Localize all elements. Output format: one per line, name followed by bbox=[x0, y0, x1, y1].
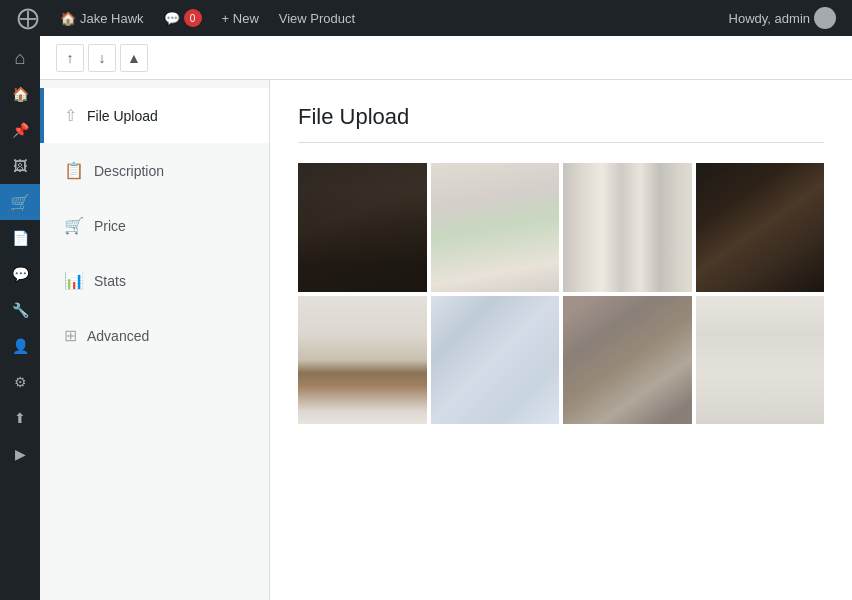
tab-description[interactable]: 📋 Description bbox=[40, 143, 269, 198]
image-cell-2[interactable] bbox=[431, 163, 560, 292]
image-cell-3[interactable] bbox=[563, 163, 692, 292]
left-nav: ⌂ 🏠 📌 🖼 🛒 📄 💬 🔧 👤 ⚙ ⬆ ▶ bbox=[0, 36, 40, 600]
nav-comments[interactable]: 💬 bbox=[0, 256, 40, 292]
side-tabs: ⇧ File Upload 📋 Description 🛒 Price 📊 St… bbox=[40, 80, 270, 600]
tab-price[interactable]: 🛒 Price bbox=[40, 198, 269, 253]
comment-count: 0 bbox=[184, 9, 202, 27]
admin-bar-site[interactable]: 🏠 Jake Hawk bbox=[52, 0, 152, 36]
nav-play[interactable]: ▶ bbox=[0, 436, 40, 472]
stats-icon: 📊 bbox=[64, 271, 84, 290]
nav-settings[interactable]: ⚙ bbox=[0, 364, 40, 400]
panel-title: File Upload bbox=[298, 104, 824, 143]
home-icon: 🏠 bbox=[60, 11, 76, 26]
advanced-icon: ⊞ bbox=[64, 326, 77, 345]
avatar bbox=[814, 7, 836, 29]
description-icon: 📋 bbox=[64, 161, 84, 180]
image-grid bbox=[298, 163, 824, 424]
right-panel: File Upload bbox=[270, 80, 852, 600]
file-upload-icon: ⇧ bbox=[64, 106, 77, 125]
tab-stats[interactable]: 📊 Stats bbox=[40, 253, 269, 308]
tab-stats-label: Stats bbox=[94, 273, 126, 289]
toolbar-up-button[interactable]: ↑ bbox=[56, 44, 84, 72]
tab-advanced[interactable]: ⊞ Advanced bbox=[40, 308, 269, 363]
image-cell-6[interactable] bbox=[431, 296, 560, 425]
nav-pin[interactable]: 📌 bbox=[0, 112, 40, 148]
admin-bar: ⨁ 🏠 Jake Hawk 💬 0 + New View Product How… bbox=[0, 0, 852, 36]
image-cell-1[interactable] bbox=[298, 163, 427, 292]
nav-media[interactable]: 🖼 bbox=[0, 148, 40, 184]
content-area: ⇧ File Upload 📋 Description 🛒 Price 📊 St… bbox=[40, 80, 852, 600]
toolbar-down-button[interactable]: ↓ bbox=[88, 44, 116, 72]
new-label: + New bbox=[222, 11, 259, 26]
price-icon: 🛒 bbox=[64, 216, 84, 235]
admin-bar-new[interactable]: + New bbox=[214, 0, 267, 36]
toolbar-collapse-button[interactable]: ▲ bbox=[120, 44, 148, 72]
tab-advanced-label: Advanced bbox=[87, 328, 149, 344]
site-name: Jake Hawk bbox=[80, 11, 144, 26]
nav-tools[interactable]: 🔧 bbox=[0, 292, 40, 328]
nav-pages[interactable]: 📄 bbox=[0, 220, 40, 256]
tab-description-label: Description bbox=[94, 163, 164, 179]
howdy-label: Howdy, admin bbox=[729, 11, 810, 26]
view-product-label: View Product bbox=[279, 11, 355, 26]
tab-file-upload[interactable]: ⇧ File Upload bbox=[40, 88, 269, 143]
main-content: ↑ ↓ ▲ ⇧ File Upload 📋 Description 🛒 Pric… bbox=[40, 36, 852, 600]
image-cell-7[interactable] bbox=[563, 296, 692, 425]
tab-file-upload-label: File Upload bbox=[87, 108, 158, 124]
nav-site[interactable]: 🏠 bbox=[0, 76, 40, 112]
nav-import[interactable]: ⬆ bbox=[0, 400, 40, 436]
comment-icon: 💬 bbox=[164, 11, 180, 26]
tab-price-label: Price bbox=[94, 218, 126, 234]
image-cell-4[interactable] bbox=[696, 163, 825, 292]
nav-users[interactable]: 👤 bbox=[0, 328, 40, 364]
nav-dashboard[interactable]: ⌂ bbox=[0, 40, 40, 76]
wp-logo-icon[interactable]: ⨁ bbox=[8, 0, 48, 36]
admin-bar-howdy[interactable]: Howdy, admin bbox=[721, 0, 844, 36]
admin-bar-view-product[interactable]: View Product bbox=[271, 0, 363, 36]
admin-bar-comments[interactable]: 💬 0 bbox=[156, 0, 210, 36]
toolbar: ↑ ↓ ▲ bbox=[40, 36, 852, 80]
image-cell-8[interactable] bbox=[696, 296, 825, 425]
nav-cart[interactable]: 🛒 bbox=[0, 184, 40, 220]
image-cell-5[interactable] bbox=[298, 296, 427, 425]
